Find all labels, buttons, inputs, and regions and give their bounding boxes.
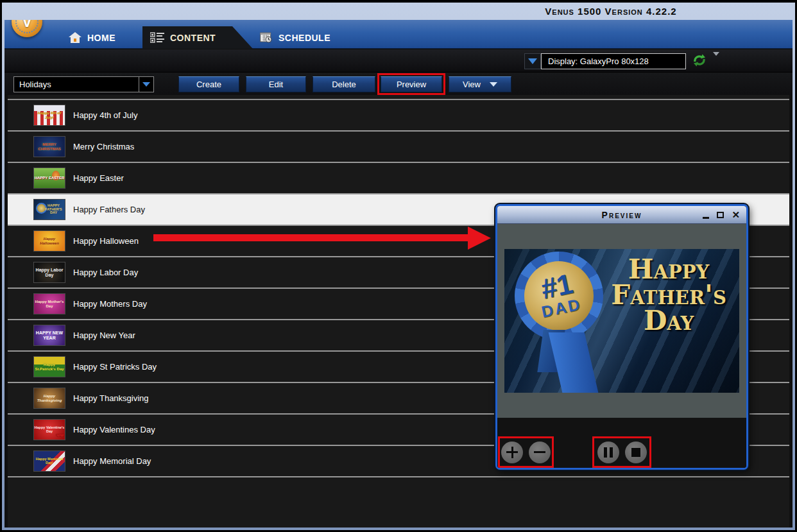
holiday-thumbnail: Happy Labor Day	[33, 262, 65, 283]
preview-title: Preview	[602, 210, 642, 220]
delete-button[interactable]: Delete	[313, 76, 375, 92]
holiday-thumbnail: Happy Valentine's Day	[33, 419, 65, 440]
display-dropdown-button[interactable]	[524, 53, 541, 69]
refresh-button[interactable]	[692, 55, 707, 69]
os-titlebar: Venus 1500 Version 4.22.2	[4, 3, 793, 20]
gray-caret-down-icon	[713, 52, 719, 67]
preview-window: Preview ✕ #1 DAD	[495, 204, 748, 470]
tab-schedule[interactable]: SCHEDULE	[260, 26, 330, 49]
category-select-value: Holidays	[14, 77, 139, 92]
preview-controls-bar	[497, 418, 746, 468]
preview-caption: Happy Father's Day	[601, 257, 737, 334]
holiday-thumbnail-text: Happy Valentine's Day	[34, 426, 65, 434]
holiday-thumbnail-text: HAPPY EASTER	[35, 176, 65, 180]
highlight-box-playback-controls	[592, 436, 651, 468]
zoom-out-button[interactable]	[529, 442, 551, 463]
tab-home-label: HOME	[87, 33, 116, 43]
holiday-thumbnail-text: Happy Mother's Day	[34, 300, 65, 308]
holiday-thumbnail: Happy St.Patrick's Day	[33, 356, 65, 377]
list-item-label: Happy Thanksgiving	[73, 393, 149, 403]
preview-window-buttons: ✕	[703, 206, 740, 223]
category-select-arrow[interactable]	[139, 77, 153, 92]
create-button[interactable]: Create	[178, 76, 239, 92]
category-select[interactable]: Holidays	[13, 76, 154, 92]
holiday-thumbnail-text: Happy St.Patrick's Day	[34, 363, 65, 371]
window-frame: Venus 1500 Version 4.22.2 V HOME	[2, 3, 795, 530]
list-item[interactable]: MERRY CHRISTMAS Merry Christmas	[8, 132, 789, 163]
holiday-thumbnail-text: MERRY CHRISTMAS	[34, 142, 65, 151]
tab-home[interactable]: HOME	[69, 26, 116, 49]
blue-triangle-down-icon	[528, 58, 537, 64]
home-icon	[69, 32, 81, 43]
preview-titlebar[interactable]: Preview ✕	[497, 206, 746, 224]
award-ribbon-graphic: #1 DAD	[515, 252, 603, 340]
holiday-thumbnail-text: Happy Memorial Day!	[34, 458, 65, 465]
preview-button[interactable]: Preview	[381, 76, 442, 92]
holiday-thumbnail: Happy Mother's Day	[33, 293, 65, 314]
white-triangle-down-icon	[490, 82, 497, 87]
venus1500-application-window: Venus 1500 Version 4.22.2 V HOME	[0, 0, 797, 532]
list-item-label: Merry Christmas	[73, 142, 134, 151]
list-item-label: Happy Memorial Day	[73, 456, 151, 466]
holiday-thumbnail-text: Happy Halloween	[34, 237, 65, 245]
holiday-thumbnail-text: Happy 4th of July!	[34, 111, 65, 119]
list-item[interactable]: Happy 4th of July! Happy 4th of July	[8, 100, 789, 132]
view-button[interactable]: View	[449, 76, 511, 92]
blue-triangle-down-icon	[142, 82, 150, 87]
list-item-label: Happy 4th of July	[73, 110, 137, 120]
highlight-box-zoom-controls	[498, 436, 554, 468]
view-button-label: View	[463, 80, 481, 89]
display-selector-value: Display: GalaxyPro 80x128	[548, 56, 649, 66]
stop-button[interactable]	[625, 442, 647, 463]
window-title: Venus 1500 Version 4.22.2	[495, 6, 726, 17]
close-icon[interactable]: ✕	[732, 210, 740, 219]
refresh-icon	[692, 54, 707, 69]
preview-body: #1 DAD Happy Father's Day	[497, 224, 746, 418]
pause-icon	[604, 447, 613, 458]
list-item[interactable]: HAPPY EASTER Happy Easter	[8, 163, 789, 194]
holiday-thumbnail: MERRY CHRISTMAS	[33, 136, 65, 157]
edit-button[interactable]: Edit	[246, 76, 306, 92]
caption-line-1: Happy	[601, 257, 737, 282]
caption-line-3: Day	[601, 308, 737, 334]
pause-button[interactable]	[597, 442, 619, 463]
annotation-arrow-shaft	[153, 234, 469, 241]
list-item-label: Happy St Patricks Day	[73, 362, 157, 372]
content-list-icon	[150, 32, 164, 43]
preview-image: #1 DAD Happy Father's Day	[504, 249, 739, 393]
maximize-icon[interactable]	[717, 212, 724, 218]
holiday-thumbnail-text: Happy Thanksgiving	[34, 394, 65, 402]
caption-line-2: Father's	[601, 282, 737, 308]
list-item-label: Happy Labor Day	[73, 268, 138, 277]
minimize-icon[interactable]	[703, 217, 709, 219]
ribbon-tail-right	[549, 332, 599, 393]
holiday-thumbnail: HAPPY FATHER'S DAY	[33, 199, 65, 220]
display-selector-field[interactable]: Display: GalaxyPro 80x128	[541, 53, 686, 69]
display-bar: Display: GalaxyPro 80x128	[4, 49, 793, 72]
list-item-label: Happy Fathers Day	[73, 205, 145, 214]
holiday-thumbnail-text: HAPPY FATHER'S DAY	[34, 204, 65, 215]
list-item-label: Happy Halloween	[73, 236, 139, 246]
venus-logo: V	[12, 20, 42, 37]
holiday-thumbnail-text: HAPPY NEW YEAR	[34, 330, 65, 340]
app-header: V HOME	[4, 20, 793, 49]
holiday-thumbnail: Happy Thanksgiving	[33, 388, 65, 409]
venus-logo-letter: V	[22, 20, 32, 31]
plus-icon	[506, 447, 518, 458]
tab-content-label: CONTENT	[170, 33, 216, 43]
tab-schedule-label: SCHEDULE	[279, 33, 330, 43]
zoom-in-button[interactable]	[501, 442, 523, 463]
highlight-box-preview-button: Preview	[377, 73, 445, 95]
holiday-thumbnail: HAPPY NEW YEAR	[33, 325, 65, 346]
schedule-calendar-icon	[260, 32, 273, 43]
refresh-options-dropdown[interactable]	[707, 56, 719, 67]
list-item-label: Happy New Year	[73, 330, 135, 340]
minus-icon	[534, 451, 545, 453]
list-item-label: Happy Valentines Day	[73, 425, 155, 434]
annotation-arrow-head	[468, 227, 491, 250]
list-item-label: Happy Easter	[73, 173, 124, 183]
holiday-thumbnail-text: Happy Labor Day	[34, 268, 65, 277]
app-area: V HOME	[4, 20, 793, 528]
display-selector-group: Display: GalaxyPro 80x128	[524, 53, 719, 69]
tab-content[interactable]: CONTENT	[142, 26, 253, 49]
